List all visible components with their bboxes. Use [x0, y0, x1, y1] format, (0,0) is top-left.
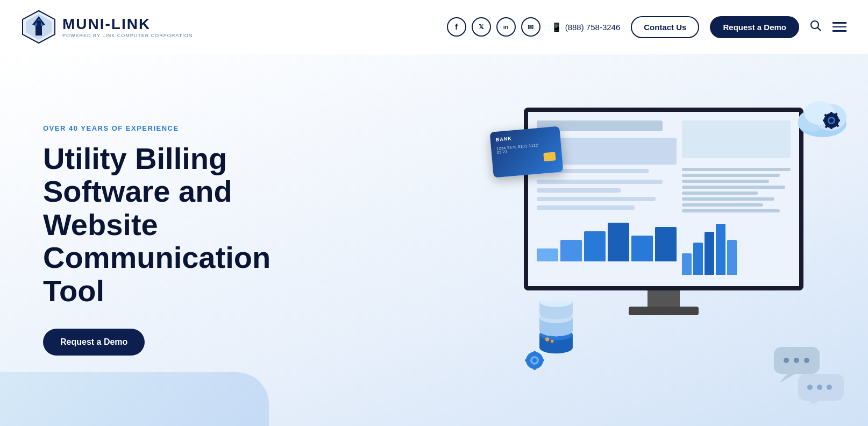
chat-bubbles-icon	[771, 344, 846, 403]
hero-cta-button[interactable]: Request a Demo	[43, 329, 145, 356]
svg-point-31	[551, 340, 553, 343]
svg-point-30	[545, 337, 549, 341]
menu-line-2	[833, 26, 846, 28]
card-chip	[543, 152, 556, 161]
menu-line-1	[833, 22, 846, 24]
hero-title-line1: Utility Billing	[43, 141, 227, 175]
social-icons: f 𝕏 in ✉	[447, 17, 540, 37]
monitor-stand	[648, 290, 680, 307]
hero-title-line2: Software and	[43, 174, 232, 208]
hero-title-line4: Communication Tool	[43, 240, 271, 308]
monitor-screen	[524, 108, 803, 290]
header-right: f 𝕏 in ✉ 📱 (888) 758-3246 Contact Us Req…	[447, 16, 846, 38]
svg-rect-15	[837, 119, 840, 122]
hero-title: Utility Billing Software and Website Com…	[43, 142, 301, 308]
logo-icon	[22, 10, 56, 44]
credit-card: BANK 1234 5678 9101 111223/23	[490, 126, 564, 178]
logo-text: MUNI-LINK powered by LINK COMPUTER CORPO…	[62, 16, 193, 38]
contact-us-button[interactable]: Contact Us	[631, 16, 699, 38]
svg-point-47	[794, 358, 799, 363]
svg-point-12	[829, 118, 834, 123]
svg-rect-38	[541, 359, 544, 361]
card-bank-label: BANK	[495, 132, 554, 143]
svg-point-48	[804, 358, 809, 363]
hero-title-line3: Website	[43, 208, 158, 242]
svg-point-42	[817, 385, 822, 390]
search-button[interactable]	[810, 20, 822, 34]
hero-wave	[0, 372, 269, 426]
email-icon[interactable]: ✉	[521, 17, 540, 37]
header: MUNI-LINK powered by LINK COMPUTER CORPO…	[0, 0, 868, 54]
svg-rect-13	[830, 112, 833, 115]
svg-marker-45	[779, 374, 795, 383]
svg-rect-14	[830, 126, 833, 129]
cloud-icon	[793, 97, 857, 140]
svg-rect-37	[525, 359, 528, 361]
svg-rect-35	[533, 351, 536, 354]
svg-rect-16	[823, 119, 826, 122]
logo-area: MUNI-LINK powered by LINK COMPUTER CORPO…	[22, 10, 193, 44]
phone-number[interactable]: (888) 758-3246	[565, 23, 621, 32]
logo-subtitle: powered by LINK COMPUTER CORPORATION	[62, 33, 193, 38]
linkedin-icon[interactable]: in	[496, 17, 516, 37]
svg-marker-40	[803, 401, 820, 403]
phone-area: 📱 (888) 758-3246	[551, 22, 621, 32]
monitor-base	[629, 307, 699, 315]
gear-small-icon	[524, 350, 545, 371]
database-icon	[535, 301, 578, 355]
svg-point-43	[827, 385, 832, 390]
logo-title: MUNI-LINK	[62, 16, 193, 33]
phone-icon: 📱	[551, 22, 562, 32]
request-demo-button-header[interactable]: Request a Demo	[710, 16, 799, 38]
svg-point-34	[532, 358, 537, 363]
facebook-icon[interactable]: f	[447, 17, 466, 37]
hero-left: OVER 40 YEARS OF EXPERIENCE Utility Bill…	[43, 124, 301, 356]
twitter-icon[interactable]: 𝕏	[472, 17, 491, 37]
menu-button[interactable]	[833, 22, 846, 32]
svg-point-41	[807, 385, 813, 390]
svg-rect-36	[533, 367, 536, 370]
svg-point-46	[784, 358, 789, 363]
search-icon	[810, 20, 822, 32]
hero-section: OVER 40 YEARS OF EXPERIENCE Utility Bill…	[0, 54, 868, 426]
svg-line-5	[818, 27, 821, 31]
menu-line-3	[833, 30, 846, 32]
hero-illustration: BANK 1234 5678 9101 111223/23	[422, 75, 868, 425]
hero-tagline: OVER 40 YEARS OF EXPERIENCE	[43, 124, 301, 132]
monitor	[524, 108, 803, 312]
